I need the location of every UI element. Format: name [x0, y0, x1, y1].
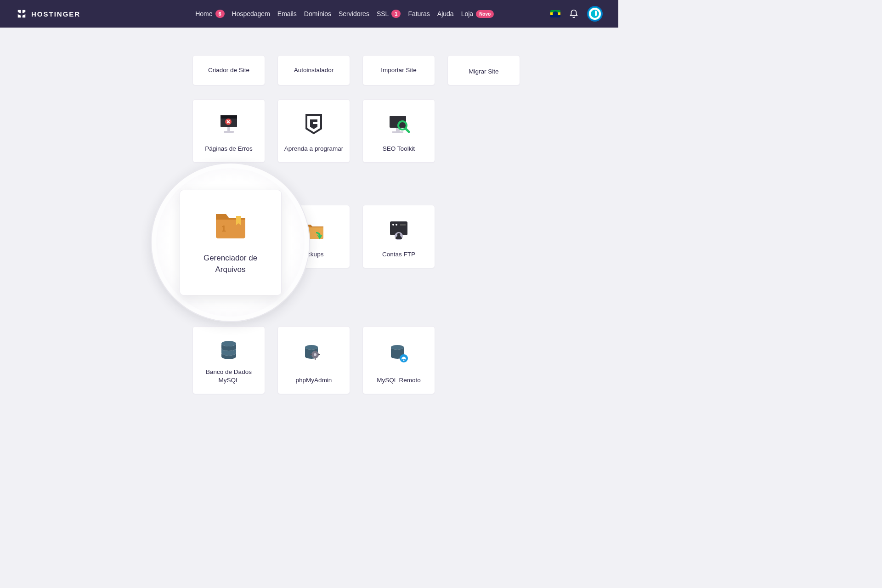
card-label: SEO Toolkit — [383, 145, 415, 153]
card-label: Contas FTP — [382, 250, 415, 259]
nav-faturas[interactable]: Faturas — [408, 10, 430, 17]
svg-rect-4 — [224, 131, 234, 133]
primary-nav: Home 6 Hospedagem Emails Domínios Servid… — [195, 10, 494, 18]
card-row-2: Páginas de Erros Aprenda a programar — [192, 99, 523, 163]
learn-to-code-icon — [301, 106, 327, 143]
card-contas-ftp[interactable]: Contas FTP — [362, 205, 435, 268]
card-label: Criador de Site — [208, 66, 249, 74]
ftp-accounts-icon — [386, 212, 412, 249]
svg-text:1: 1 — [221, 224, 226, 233]
card-phpmyadmin[interactable]: phpMyAdmin — [277, 326, 350, 394]
card-label: MySQL Remoto — [377, 376, 421, 384]
nav-home-badge: 6 — [215, 10, 225, 18]
svg-rect-7 — [392, 131, 403, 133]
nav-dominios-label: Domínios — [304, 10, 331, 17]
nav-loja-badge: Novo — [476, 10, 494, 18]
svg-point-15 — [221, 341, 236, 346]
zoom-lens: 1 Gerenciador deArquivos — [151, 163, 310, 322]
card-label: Autoinstalador — [294, 66, 334, 74]
card-label: Importar Site — [381, 66, 416, 74]
mysql-remote-icon — [386, 333, 412, 374]
nav-hospedagem-label: Hospedagem — [232, 10, 270, 17]
svg-point-11 — [396, 224, 397, 226]
svg-rect-12 — [400, 224, 406, 226]
card-aprenda-a-programar[interactable]: Aprenda a programar — [277, 99, 350, 163]
nav-home-label: Home — [195, 10, 212, 17]
nav-loja-label: Loja — [461, 10, 473, 17]
error-pages-icon — [216, 106, 242, 143]
nav-servidores-label: Servidores — [339, 10, 369, 17]
card-row-1: Criador de Site Autoinstalador Importar … — [192, 55, 523, 85]
nav-ssl-label: SSL — [377, 10, 389, 17]
nav-ssl-badge: 1 — [391, 10, 401, 18]
card-criador-de-site[interactable]: Criador de Site — [192, 55, 265, 85]
svg-point-16 — [305, 345, 318, 350]
card-autoinstalador[interactable]: Autoinstalador — [277, 55, 350, 85]
nav-emails-label: Emails — [277, 10, 297, 17]
topbar: HOSTINGER Home 6 Hospedagem Emails Domín… — [0, 0, 618, 28]
locale-flag-icon[interactable] — [550, 10, 560, 17]
card-label: Aprenda a programar — [284, 145, 343, 153]
account-avatar-icon[interactable] — [587, 6, 603, 22]
nav-home[interactable]: Home 6 — [195, 10, 224, 18]
seo-toolkit-icon — [386, 106, 412, 143]
card-seo-toolkit[interactable]: SEO Toolkit — [362, 99, 435, 163]
nav-ajuda[interactable]: Ajuda — [437, 10, 454, 17]
nav-dominios[interactable]: Domínios — [304, 10, 331, 17]
nav-hospedagem[interactable]: Hospedagem — [232, 10, 270, 17]
card-mysql-remoto[interactable]: MySQL Remoto — [362, 326, 435, 394]
svg-rect-3 — [227, 127, 230, 131]
hostinger-logo-icon — [17, 9, 27, 19]
svg-rect-1 — [220, 115, 237, 119]
card-importar-site[interactable]: Importar Site — [362, 55, 435, 85]
card-label: Gerenciador deArquivos — [204, 253, 257, 275]
mysql-database-icon — [216, 333, 242, 366]
card-gerenciador-de-arquivos[interactable]: 1 Gerenciador deArquivos — [180, 190, 282, 295]
svg-point-18 — [314, 353, 317, 356]
file-manager-icon: 1 — [211, 209, 250, 241]
brand-logo[interactable]: HOSTINGER — [17, 9, 80, 19]
card-banco-de-dados-mysql[interactable]: Banco de Dados MySQL — [192, 326, 265, 394]
card-label: phpMyAdmin — [296, 376, 332, 384]
svg-point-10 — [392, 224, 394, 226]
card-label: Migrar Site — [469, 68, 498, 76]
topbar-right — [550, 6, 603, 22]
card-label: Banco de Dados MySQL — [198, 368, 260, 384]
nav-faturas-label: Faturas — [408, 10, 430, 17]
svg-point-21 — [403, 359, 404, 361]
brand-name: HOSTINGER — [31, 10, 80, 18]
nav-ajuda-label: Ajuda — [437, 10, 454, 17]
nav-loja[interactable]: Loja Novo — [461, 10, 494, 18]
svg-point-19 — [391, 345, 404, 350]
notifications-bell-icon[interactable] — [569, 9, 579, 19]
card-row-4: Banco de Dados MySQL phpMyAdmin — [192, 326, 523, 394]
phpmyadmin-icon — [301, 333, 327, 374]
nav-ssl[interactable]: SSL 1 — [377, 10, 401, 18]
nav-servidores[interactable]: Servidores — [339, 10, 369, 17]
nav-emails[interactable]: Emails — [277, 10, 297, 17]
card-paginas-de-erros[interactable]: Páginas de Erros — [192, 99, 265, 163]
card-migrar-site[interactable]: Migrar Site — [447, 55, 520, 85]
card-label: Páginas de Erros — [205, 145, 253, 153]
